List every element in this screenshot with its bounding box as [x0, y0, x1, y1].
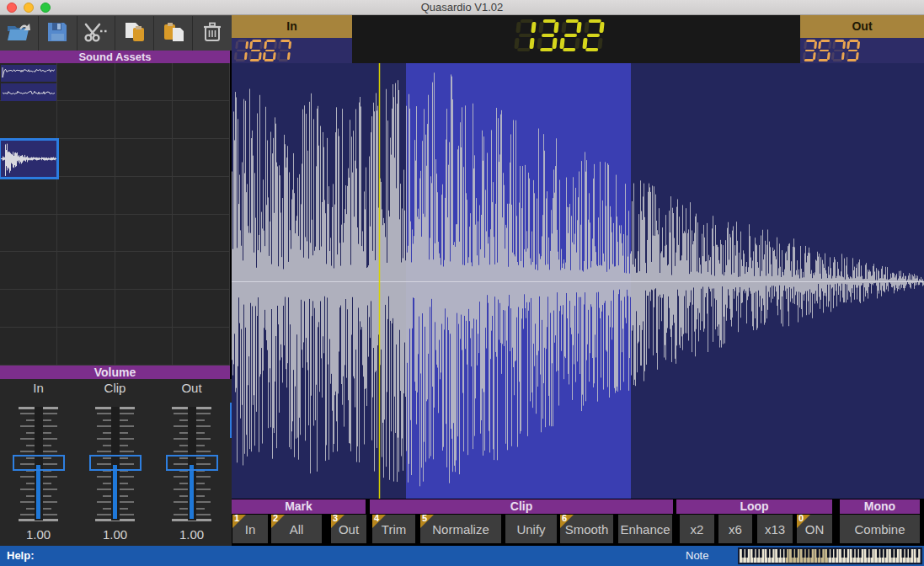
slider-handle[interactable]	[89, 455, 142, 471]
scissors-icon	[82, 20, 110, 47]
asset-cell[interactable]	[57, 177, 115, 215]
trash-icon	[201, 20, 223, 47]
seven-seg-digit	[803, 40, 818, 61]
copy-button[interactable]	[154, 16, 193, 51]
seven-seg-digit	[846, 40, 861, 61]
button-label: Enhance	[620, 522, 670, 537]
titlebar: Quasardio V1.02	[0, 0, 924, 15]
asset-cell[interactable]	[57, 139, 115, 177]
asset-cell[interactable]	[115, 139, 173, 177]
asset-cell[interactable]	[115, 63, 173, 101]
asset-cell[interactable]	[57, 101, 115, 139]
mono-combine-button[interactable]: Combine	[840, 515, 920, 543]
out-display: Out	[800, 15, 924, 63]
slider-value: 1.00	[0, 527, 77, 542]
asset-cell[interactable]	[57, 63, 115, 101]
footer-section-mark: MarkIn1All2Out3	[232, 499, 366, 546]
open-folder-icon	[5, 20, 32, 47]
asset-cell[interactable]	[173, 290, 230, 328]
loop-x13-button[interactable]: x13	[757, 515, 793, 543]
asset-cell[interactable]	[57, 328, 115, 366]
asset-cell[interactable]	[0, 252, 57, 290]
button-label: In	[245, 522, 256, 537]
help-label: Help:	[7, 549, 35, 562]
slider-handle[interactable]	[13, 455, 65, 471]
clip-trim-button[interactable]: Trim4	[372, 515, 415, 543]
asset-thumbnail-selected[interactable]	[1, 141, 56, 177]
asset-cell[interactable]	[0, 101, 57, 139]
seven-seg-digit	[817, 40, 832, 61]
asset-cell[interactable]	[173, 139, 230, 177]
slider-handle[interactable]	[166, 455, 218, 471]
asset-cell[interactable]	[173, 63, 230, 101]
slider-track[interactable]	[0, 404, 77, 524]
clip-normalize-button[interactable]: Normalize5	[420, 515, 501, 543]
mark-out-button[interactable]: Out3	[331, 515, 366, 543]
in-display: In	[232, 15, 352, 63]
mark-in-button[interactable]: In1	[232, 515, 268, 543]
asset-cell[interactable]	[115, 215, 173, 253]
status-bar: Help: Note	[0, 546, 924, 566]
volume-slider-in: In1.00	[0, 381, 77, 546]
shortcut-number: 5	[422, 513, 427, 523]
asset-cell[interactable]	[173, 101, 230, 139]
asset-cell[interactable]	[115, 252, 173, 290]
note-label: Note	[686, 549, 708, 562]
clip-smooth-button[interactable]: Smooth6	[560, 515, 613, 543]
asset-cell[interactable]	[57, 215, 115, 253]
asset-cell[interactable]	[0, 215, 57, 253]
open-button[interactable]	[0, 16, 39, 51]
loop-x6-button[interactable]: x6	[718, 515, 752, 543]
loop-x2-button[interactable]: x2	[680, 515, 714, 543]
sound-assets-grid	[0, 63, 230, 366]
asset-cell[interactable]	[115, 328, 173, 366]
asset-cell[interactable]	[173, 252, 230, 290]
shortcut-number: 0	[798, 513, 804, 523]
shortcut-number: 1	[234, 513, 239, 523]
slider-value: 1.00	[77, 527, 153, 542]
asset-cell[interactable]	[0, 177, 57, 215]
in-display-header: In	[232, 15, 352, 38]
save-button[interactable]	[39, 16, 77, 51]
shortcut-number: 6	[562, 513, 567, 523]
asset-cell[interactable]	[115, 177, 173, 215]
window-title: Quasardio V1.02	[0, 0, 924, 15]
asset-cell[interactable]	[115, 101, 173, 139]
footer-actions: MarkIn1All2Out3ClipTrim4Normalize5UnifyS…	[232, 499, 924, 546]
shortcut-number: 4	[374, 513, 379, 523]
clip-unify-button[interactable]: Unify	[505, 515, 557, 543]
slider-track[interactable]	[77, 404, 153, 524]
asset-cell[interactable]	[115, 290, 173, 328]
asset-cell[interactable]	[173, 328, 230, 366]
copy-icon	[161, 20, 186, 47]
delete-button[interactable]	[193, 16, 232, 51]
mark-all-button[interactable]: All2	[271, 515, 322, 543]
in-display-lcd	[232, 38, 352, 63]
app-window: Quasardio V1.02	[0, 0, 924, 566]
asset-thumbnail[interactable]	[1, 65, 56, 101]
button-label: Unify	[516, 522, 545, 537]
paste-button[interactable]	[115, 16, 154, 51]
asset-cell[interactable]	[0, 290, 57, 328]
asset-cell[interactable]	[173, 177, 230, 215]
slider-fill	[190, 465, 194, 519]
waveform-canvas[interactable]	[232, 63, 924, 499]
asset-cell[interactable]	[0, 328, 57, 366]
volume-slider-out: Out1.00	[153, 381, 230, 546]
slider-label: In	[0, 381, 77, 395]
clip-enhance-button[interactable]: Enhance	[618, 515, 672, 543]
asset-cell[interactable]	[173, 215, 230, 253]
button-label: Normalize	[432, 522, 489, 537]
loop-on-button[interactable]: ON0	[797, 515, 832, 543]
note-keyboard[interactable]	[738, 547, 922, 564]
cut-button[interactable]	[77, 16, 116, 51]
seven-seg-digit	[582, 19, 605, 51]
slider-fill	[113, 465, 117, 519]
shortcut-number: 2	[273, 513, 278, 523]
asset-cell[interactable]	[57, 290, 115, 328]
slider-track[interactable]	[153, 404, 230, 524]
volume-panel: In1.00Clip1.00Out1.00	[0, 379, 232, 546]
asset-cell[interactable]	[57, 252, 115, 290]
save-floppy-icon	[45, 20, 69, 47]
slider-label: Out	[153, 381, 230, 395]
